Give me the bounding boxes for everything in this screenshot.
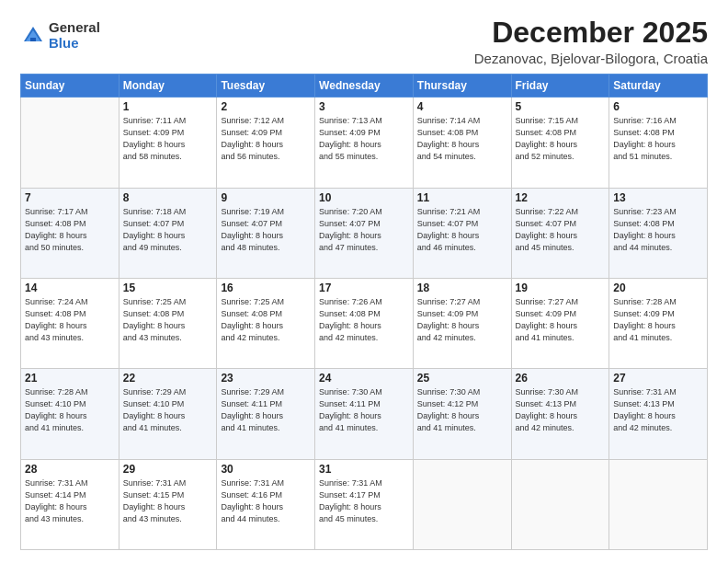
col-tuesday: Tuesday (217, 75, 315, 98)
day-info: Sunrise: 7:24 AM Sunset: 4:08 PM Dayligh… (25, 296, 115, 344)
calendar-cell: 4Sunrise: 7:14 AM Sunset: 4:08 PM Daylig… (413, 98, 511, 188)
calendar-cell: 13Sunrise: 7:23 AM Sunset: 4:08 PM Dayli… (609, 188, 708, 278)
day-info: Sunrise: 7:26 AM Sunset: 4:08 PM Dayligh… (319, 296, 409, 344)
calendar-cell: 31Sunrise: 7:31 AM Sunset: 4:17 PM Dayli… (315, 459, 414, 549)
calendar-cell: 6Sunrise: 7:16 AM Sunset: 4:08 PM Daylig… (609, 98, 708, 188)
logo-text: General Blue (49, 20, 100, 51)
day-info: Sunrise: 7:29 AM Sunset: 4:11 PM Dayligh… (221, 386, 311, 434)
day-number: 11 (417, 191, 507, 204)
day-info: Sunrise: 7:27 AM Sunset: 4:09 PM Dayligh… (417, 296, 507, 344)
calendar-cell: 19Sunrise: 7:27 AM Sunset: 4:09 PM Dayli… (511, 278, 609, 368)
main-title: December 2025 (474, 17, 708, 49)
calendar-cell (21, 98, 119, 188)
calendar-cell: 16Sunrise: 7:25 AM Sunset: 4:08 PM Dayli… (217, 278, 315, 368)
day-number: 4 (417, 100, 507, 113)
calendar-week-3: 14Sunrise: 7:24 AM Sunset: 4:08 PM Dayli… (21, 278, 708, 368)
day-number: 3 (319, 100, 409, 113)
col-saturday: Saturday (609, 75, 708, 98)
day-info: Sunrise: 7:31 AM Sunset: 4:14 PM Dayligh… (25, 477, 115, 525)
day-info: Sunrise: 7:31 AM Sunset: 4:15 PM Dayligh… (123, 477, 213, 525)
col-sunday: Sunday (21, 75, 119, 98)
calendar-cell: 8Sunrise: 7:18 AM Sunset: 4:07 PM Daylig… (119, 188, 217, 278)
day-info: Sunrise: 7:16 AM Sunset: 4:08 PM Dayligh… (613, 115, 703, 163)
day-number: 14 (25, 282, 115, 294)
calendar-cell: 25Sunrise: 7:30 AM Sunset: 4:12 PM Dayli… (413, 369, 511, 459)
calendar-week-5: 28Sunrise: 7:31 AM Sunset: 4:14 PM Dayli… (21, 459, 708, 549)
col-wednesday: Wednesday (315, 75, 414, 98)
day-number: 30 (221, 463, 311, 476)
calendar-cell: 18Sunrise: 7:27 AM Sunset: 4:09 PM Dayli… (413, 278, 511, 368)
day-info: Sunrise: 7:18 AM Sunset: 4:07 PM Dayligh… (123, 206, 213, 254)
day-info: Sunrise: 7:15 AM Sunset: 4:08 PM Dayligh… (516, 115, 606, 163)
calendar-cell (609, 459, 708, 549)
day-info: Sunrise: 7:22 AM Sunset: 4:07 PM Dayligh… (516, 206, 606, 254)
logo-icon (20, 23, 46, 49)
logo-blue: Blue (49, 36, 100, 52)
calendar-week-1: 1Sunrise: 7:11 AM Sunset: 4:09 PM Daylig… (21, 98, 708, 188)
calendar-cell: 30Sunrise: 7:31 AM Sunset: 4:16 PM Dayli… (217, 459, 315, 549)
day-number: 29 (123, 463, 213, 476)
calendar-cell: 22Sunrise: 7:29 AM Sunset: 4:10 PM Dayli… (119, 369, 217, 459)
day-number: 5 (516, 100, 606, 113)
calendar-cell: 17Sunrise: 7:26 AM Sunset: 4:08 PM Dayli… (315, 278, 414, 368)
day-info: Sunrise: 7:31 AM Sunset: 4:17 PM Dayligh… (319, 477, 409, 525)
day-number: 8 (123, 191, 213, 204)
day-number: 19 (516, 282, 606, 294)
calendar-cell: 21Sunrise: 7:28 AM Sunset: 4:10 PM Dayli… (21, 369, 119, 459)
calendar-cell: 10Sunrise: 7:20 AM Sunset: 4:07 PM Dayli… (315, 188, 414, 278)
day-info: Sunrise: 7:14 AM Sunset: 4:08 PM Dayligh… (417, 115, 507, 163)
day-number: 12 (516, 191, 606, 204)
calendar-cell: 15Sunrise: 7:25 AM Sunset: 4:08 PM Dayli… (119, 278, 217, 368)
day-info: Sunrise: 7:17 AM Sunset: 4:08 PM Dayligh… (25, 206, 115, 254)
day-number: 9 (221, 191, 311, 204)
day-info: Sunrise: 7:11 AM Sunset: 4:09 PM Dayligh… (123, 115, 213, 163)
day-number: 6 (613, 100, 703, 113)
day-info: Sunrise: 7:31 AM Sunset: 4:13 PM Dayligh… (613, 386, 703, 434)
calendar: Sunday Monday Tuesday Wednesday Thursday… (20, 74, 708, 550)
calendar-cell: 26Sunrise: 7:30 AM Sunset: 4:13 PM Dayli… (511, 369, 609, 459)
day-number: 10 (319, 191, 409, 204)
page: General Blue December 2025 Dezanovac, Bj… (0, 0, 728, 563)
day-number: 31 (319, 463, 409, 476)
calendar-cell: 2Sunrise: 7:12 AM Sunset: 4:09 PM Daylig… (217, 98, 315, 188)
day-number: 16 (221, 282, 311, 294)
day-info: Sunrise: 7:25 AM Sunset: 4:08 PM Dayligh… (123, 296, 213, 344)
day-number: 1 (123, 100, 213, 113)
calendar-cell: 23Sunrise: 7:29 AM Sunset: 4:11 PM Dayli… (217, 369, 315, 459)
calendar-cell: 24Sunrise: 7:30 AM Sunset: 4:11 PM Dayli… (315, 369, 414, 459)
calendar-cell: 5Sunrise: 7:15 AM Sunset: 4:08 PM Daylig… (511, 98, 609, 188)
header: General Blue December 2025 Dezanovac, Bj… (20, 17, 708, 66)
day-info: Sunrise: 7:28 AM Sunset: 4:09 PM Dayligh… (613, 296, 703, 344)
day-info: Sunrise: 7:29 AM Sunset: 4:10 PM Dayligh… (123, 386, 213, 434)
logo: General Blue (20, 20, 100, 51)
day-info: Sunrise: 7:30 AM Sunset: 4:13 PM Dayligh… (516, 386, 606, 434)
day-number: 28 (25, 463, 115, 476)
header-row: Sunday Monday Tuesday Wednesday Thursday… (21, 75, 708, 98)
day-info: Sunrise: 7:23 AM Sunset: 4:08 PM Dayligh… (613, 206, 703, 254)
calendar-cell: 1Sunrise: 7:11 AM Sunset: 4:09 PM Daylig… (119, 98, 217, 188)
day-info: Sunrise: 7:21 AM Sunset: 4:07 PM Dayligh… (417, 206, 507, 254)
day-number: 23 (221, 372, 311, 385)
day-info: Sunrise: 7:27 AM Sunset: 4:09 PM Dayligh… (516, 296, 606, 344)
calendar-cell: 14Sunrise: 7:24 AM Sunset: 4:08 PM Dayli… (21, 278, 119, 368)
day-number: 26 (516, 372, 606, 385)
day-info: Sunrise: 7:20 AM Sunset: 4:07 PM Dayligh… (319, 206, 409, 254)
calendar-cell: 29Sunrise: 7:31 AM Sunset: 4:15 PM Dayli… (119, 459, 217, 549)
day-info: Sunrise: 7:31 AM Sunset: 4:16 PM Dayligh… (221, 477, 311, 525)
calendar-cell: 27Sunrise: 7:31 AM Sunset: 4:13 PM Dayli… (609, 369, 708, 459)
day-number: 17 (319, 282, 409, 294)
calendar-week-2: 7Sunrise: 7:17 AM Sunset: 4:08 PM Daylig… (21, 188, 708, 278)
day-number: 24 (319, 372, 409, 385)
logo-general: General (49, 20, 100, 36)
calendar-cell: 3Sunrise: 7:13 AM Sunset: 4:09 PM Daylig… (315, 98, 414, 188)
day-number: 25 (417, 372, 507, 385)
day-info: Sunrise: 7:30 AM Sunset: 4:12 PM Dayligh… (417, 386, 507, 434)
day-number: 2 (221, 100, 311, 113)
day-info: Sunrise: 7:25 AM Sunset: 4:08 PM Dayligh… (221, 296, 311, 344)
day-number: 13 (613, 191, 703, 204)
day-number: 22 (123, 372, 213, 385)
calendar-cell: 12Sunrise: 7:22 AM Sunset: 4:07 PM Dayli… (511, 188, 609, 278)
day-info: Sunrise: 7:30 AM Sunset: 4:11 PM Dayligh… (319, 386, 409, 434)
calendar-cell (511, 459, 609, 549)
calendar-cell: 20Sunrise: 7:28 AM Sunset: 4:09 PM Dayli… (609, 278, 708, 368)
